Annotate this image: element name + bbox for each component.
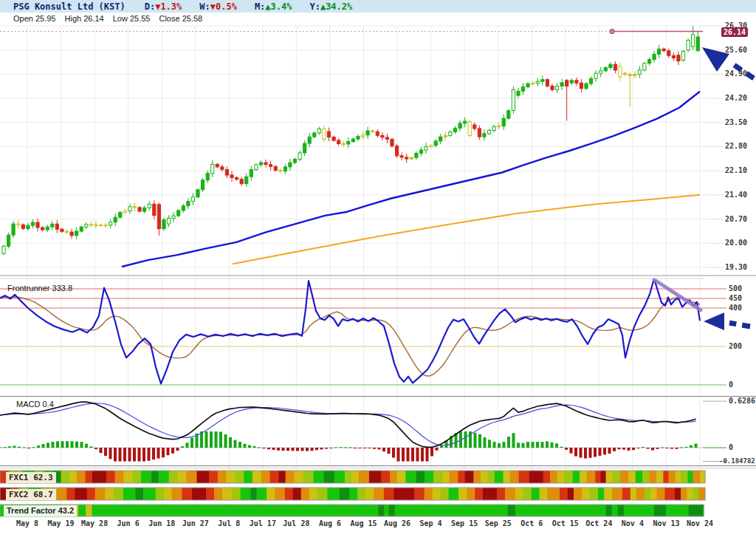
heatmap-segment[interactable]	[669, 471, 676, 483]
macd-histogram-bar[interactable]	[263, 448, 266, 448]
macd-histogram-bar[interactable]	[320, 448, 323, 449]
heatmap-segment[interactable]	[543, 471, 551, 483]
macd-histogram-bar[interactable]	[589, 448, 592, 458]
candle-body[interactable]	[677, 55, 680, 61]
macd-histogram-bar[interactable]	[522, 443, 525, 448]
candle-body[interactable]	[342, 144, 345, 145]
candle-body[interactable]	[371, 131, 374, 132]
heatmap-segment[interactable]	[105, 488, 113, 500]
heatmap-segment[interactable]	[693, 488, 700, 500]
candle-body[interactable]	[148, 204, 151, 208]
macd-histogram-bar[interactable]	[570, 448, 573, 454]
heatmap-segment[interactable]	[324, 471, 335, 483]
macd-histogram-bar[interactable]	[411, 448, 414, 462]
heatmap-segment[interactable]	[66, 488, 75, 500]
candle-body[interactable]	[191, 197, 194, 202]
candle-body[interactable]	[687, 41, 690, 50]
candle-body[interactable]	[541, 80, 544, 82]
candle-body[interactable]	[293, 159, 296, 163]
heatmap-segment[interactable]	[636, 488, 645, 500]
candle-body[interactable]	[119, 212, 122, 217]
candle-body[interactable]	[269, 165, 272, 167]
candle-body[interactable]	[153, 204, 156, 215]
heatmap-segment[interactable]	[564, 471, 573, 483]
heatmap-segment[interactable]	[681, 488, 687, 500]
heatmap-segment[interactable]	[267, 488, 275, 500]
heatmap-segment[interactable]	[172, 488, 182, 500]
candle-body[interactable]	[70, 232, 73, 236]
heatmap-segment[interactable]	[465, 471, 474, 483]
candle-body[interactable]	[99, 225, 102, 226]
heatmap-segment[interactable]	[192, 488, 207, 500]
heatmap-segment[interactable]	[687, 471, 693, 483]
macd-histogram-bar[interactable]	[61, 441, 64, 448]
heatmap-segment[interactable]	[587, 471, 596, 483]
macd-histogram-bar[interactable]	[498, 443, 501, 448]
candle-body[interactable]	[46, 227, 49, 230]
macd-histogram-bar[interactable]	[104, 448, 107, 456]
heatmap-segment[interactable]	[92, 505, 379, 516]
heatmap-segment[interactable]	[313, 471, 324, 483]
macd-histogram-bar[interactable]	[85, 444, 88, 448]
alert-line-handle[interactable]	[610, 29, 614, 33]
arrow-head-icon[interactable]	[704, 313, 724, 330]
macd-histogram-bar[interactable]	[90, 446, 93, 448]
macd-histogram-bar[interactable]	[94, 448, 97, 449]
macd-histogram-bar[interactable]	[354, 448, 357, 448]
candle-body[interactable]	[405, 157, 408, 159]
candle-body[interactable]	[502, 118, 505, 126]
macd-histogram-bar[interactable]	[80, 442, 83, 448]
candle-body[interactable]	[410, 157, 413, 159]
macd-histogram-bar[interactable]	[536, 442, 539, 448]
candle-body[interactable]	[255, 165, 258, 170]
heatmap-segment[interactable]	[295, 471, 303, 483]
macd-histogram-bar[interactable]	[526, 442, 529, 448]
candle-body[interactable]	[114, 217, 117, 222]
heatmap-segment[interactable]	[197, 471, 210, 483]
heatmap-segment[interactable]	[676, 471, 681, 483]
heatmap-segment[interactable]	[113, 488, 123, 500]
moving-average-slow-line[interactable]	[233, 195, 700, 264]
macd-histogram-bar[interactable]	[421, 448, 424, 462]
macd-histogram-bar[interactable]	[603, 448, 606, 454]
candle-body[interactable]	[385, 137, 388, 140]
macd-histogram-bar[interactable]	[407, 448, 410, 462]
candle-body[interactable]	[468, 122, 471, 136]
heatmap-segment[interactable]	[169, 471, 178, 483]
candle-body[interactable]	[264, 163, 267, 165]
macd-histogram-bar[interactable]	[608, 448, 611, 454]
macd-histogram-bar[interactable]	[632, 448, 635, 450]
heatmap-segment[interactable]	[515, 505, 606, 516]
heatmap-segment[interactable]	[309, 488, 317, 500]
heatmap-segment[interactable]	[57, 488, 67, 500]
heatmap-segment[interactable]	[178, 471, 187, 483]
heatmap-segment[interactable]	[510, 471, 519, 483]
candle-body[interactable]	[609, 64, 612, 67]
macd-histogram-bar[interactable]	[205, 431, 208, 448]
macd-histogram-bar[interactable]	[52, 442, 55, 448]
macd-histogram-bar[interactable]	[594, 448, 597, 457]
candle-body[interactable]	[487, 130, 490, 133]
heatmap-segment[interactable]	[557, 471, 565, 483]
candle-body[interactable]	[517, 91, 520, 95]
macd-histogram-bar[interactable]	[286, 448, 289, 451]
macd-histogram-bar[interactable]	[488, 440, 491, 448]
heatmap-segment[interactable]	[186, 471, 197, 483]
macd-histogram-bar[interactable]	[344, 447, 347, 448]
candle-body[interactable]	[196, 190, 199, 197]
macd-histogram-bar[interactable]	[378, 448, 381, 449]
candle-body[interactable]	[94, 225, 97, 225]
candle-body[interactable]	[133, 207, 136, 208]
macd-histogram-bar[interactable]	[238, 442, 241, 448]
macd-histogram-bar[interactable]	[32, 447, 35, 448]
frontrunner-annotation-arrow[interactable]	[704, 313, 750, 330]
heatmap-segment[interactable]	[395, 505, 509, 516]
heatmap-segment[interactable]	[645, 488, 651, 500]
macd-histogram-bar[interactable]	[224, 434, 227, 448]
heatmap-segment[interactable]	[604, 488, 612, 500]
heatmap-segment[interactable]	[159, 471, 170, 483]
candle-body[interactable]	[55, 224, 58, 229]
macd-histogram-bar[interactable]	[23, 447, 26, 448]
heatmap-segment[interactable]	[278, 471, 286, 483]
heatmap-segment[interactable]	[340, 488, 350, 500]
